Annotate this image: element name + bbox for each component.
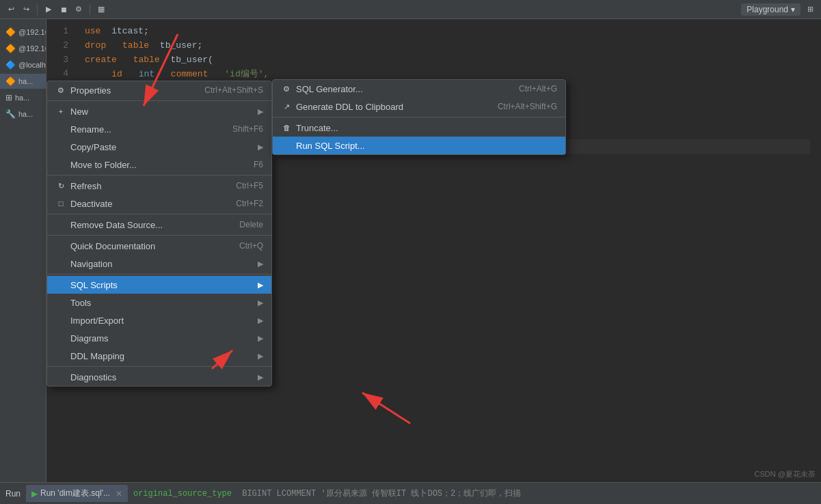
menu-item-tools[interactable]: Tools ▶ — [47, 294, 271, 311]
menu-item-removeds[interactable]: Remove Data Source... Delete — [47, 216, 271, 234]
sidebar-item-2[interactable]: 🔷 @localhost 1of5 — [0, 57, 46, 72]
code-line-1: use itcast; — [85, 25, 810, 39]
properties-icon: ⚙ — [55, 85, 66, 96]
run-label: Run — [5, 489, 21, 499]
arrow-icon-ddlmapping: ▶ — [258, 352, 263, 361]
sep-6 — [47, 366, 271, 367]
shortcut-deactivate: Ctrl+F2 — [236, 199, 263, 208]
arrow-icon-copypaste: ▶ — [258, 143, 263, 152]
bottom-content: original_source_type BIGINT LCOMMENT '原分… — [133, 488, 816, 499]
submenu-item-truncate[interactable]: 🗑 Truncate... — [273, 119, 565, 137]
keyword: table — [133, 53, 160, 68]
separator-2 — [90, 4, 90, 15]
navigation-icon — [55, 258, 66, 269]
content-text: original_source_type — [133, 489, 232, 499]
runsqlscript-icon — [281, 140, 292, 151]
menu-item-diagrams[interactable]: Diagrams ▶ — [47, 329, 271, 347]
close-tab-icon[interactable]: ✕ — [116, 489, 122, 499]
sidebar-item-5[interactable]: 🔧 ha... — [0, 107, 46, 122]
menu-label-properties: Properties — [70, 85, 111, 96]
menu-item-importexport[interactable]: Import/Export ▶ — [47, 311, 271, 329]
sqlgenerator-icon: ⚙ — [281, 83, 292, 94]
sidebar-item-4[interactable]: ⊞ ha... — [0, 90, 46, 105]
context-menu[interactable]: ⚙ Properties Ctrl+Alt+Shift+S + New ▶ Re… — [46, 81, 272, 387]
copypaste-icon — [55, 141, 66, 152]
diagnostics-icon — [55, 372, 66, 382]
new-icon: + — [55, 106, 66, 117]
menu-item-quickdoc[interactable]: Quick Documentation Ctrl+Q — [47, 237, 271, 255]
code-text — [85, 68, 106, 82]
arrow-icon-sqlscripts: ▶ — [258, 281, 263, 290]
shortcut-generateddl: Ctrl+Alt+Shift+G — [498, 102, 557, 111]
deactivate-icon: □ — [55, 198, 66, 209]
run-icon[interactable]: ▶ — [43, 4, 54, 15]
db-icon-4: ⊞ — [5, 93, 12, 102]
db-icon-5: 🔧 — [5, 109, 16, 119]
separator-1 — [37, 4, 38, 15]
type-name: int — [139, 68, 154, 82]
sep-4 — [47, 235, 271, 236]
stop-icon[interactable]: ⏹ — [58, 4, 69, 15]
redo-icon[interactable]: ↪ — [21, 4, 31, 15]
menu-label-deactivate: Deactivate — [70, 199, 112, 209]
keyword: comment — [171, 68, 208, 82]
code-line-2: drop table tb_user; — [85, 39, 810, 53]
menu-item-sqlscripts[interactable]: SQL Scripts ▶ — [47, 276, 271, 294]
arrow-icon-diagrams: ▶ — [258, 334, 263, 343]
code-text — [111, 39, 117, 53]
sqlscripts-submenu[interactable]: ⚙ SQL Generator... Ctrl+Alt+G ↗ Generate… — [272, 79, 566, 155]
sidebar-label-2: @localhost — [18, 61, 46, 69]
sep-2 — [47, 175, 271, 176]
playground-dropdown[interactable]: Playground ▾ — [741, 3, 800, 16]
arrow-icon-importexport: ▶ — [258, 316, 263, 325]
bottom-panel: Run ▶ Run 'dim建表.sql'... ✕ original_sour… — [0, 482, 821, 504]
refresh-icon: ↻ — [55, 180, 66, 191]
table-icon[interactable]: ⊞ — [805, 4, 816, 15]
ddlmapping-icon — [55, 350, 66, 361]
keyword: drop — [85, 39, 106, 53]
submenu-item-generateddl[interactable]: ↗ Generate DDL to Clipboard Ctrl+Alt+Shi… — [273, 98, 565, 115]
keyword: use — [85, 25, 100, 39]
menu-item-diagnostics[interactable]: Diagnostics ▶ — [47, 368, 271, 386]
menu-label-importexport: Import/Export — [70, 316, 124, 326]
sidebar-label-5: ha... — [18, 110, 33, 118]
generateddl-icon: ↗ — [281, 101, 292, 112]
submenu-item-sqlgenerator[interactable]: ⚙ SQL Generator... Ctrl+Alt+G — [273, 80, 565, 98]
menu-item-rename[interactable]: Rename... Shift+F6 — [47, 120, 271, 138]
truncate-icon: 🗑 — [281, 122, 292, 133]
menu-item-navigation[interactable]: Navigation ▶ — [47, 255, 271, 272]
quickdoc-icon — [55, 240, 66, 251]
sep-5 — [47, 274, 271, 275]
sidebar-item-1[interactable]: 🔶 @192.168.88.100 [2] 5 — [0, 41, 46, 56]
undo-icon[interactable]: ↩ — [5, 4, 16, 15]
menu-label-rename: Rename... — [70, 124, 111, 135]
submenu-label-truncate: Truncate... — [296, 123, 338, 133]
menu-item-copypaste[interactable]: Copy/Paste ▶ — [47, 138, 271, 156]
sidebar-label-4: ha... — [15, 94, 29, 102]
menu-label-tools: Tools — [70, 298, 91, 308]
arrow-icon-diagnostics: ▶ — [258, 373, 263, 382]
line-num-4: 4 — [63, 67, 68, 81]
menu-label-new: New — [70, 107, 88, 117]
content-more: BIGINT LCOMMENT '原分易来源 传智联IT 线卜DOS；2；线广们… — [242, 489, 521, 499]
run-tab[interactable]: ▶ Run 'dim建表.sql'... ✕ — [26, 485, 128, 502]
settings-icon[interactable]: ⚙ — [73, 4, 84, 15]
menu-label-diagnostics: Diagnostics — [70, 372, 116, 382]
submenu-item-runsqlscript[interactable]: Run SQL Script... — [273, 137, 565, 154]
sidebar-label-1: @192.168.88.100 [2] — [18, 44, 46, 53]
menu-item-ddlmapping[interactable]: DDL Mapping ▶ — [47, 347, 271, 365]
menu-item-movetofolder[interactable]: Move to Folder... F6 — [47, 156, 271, 173]
tools-icon — [55, 297, 66, 308]
sidebar-item-0[interactable]: 🔶 @192.168.88.100 5 — [0, 25, 46, 40]
menu-item-properties[interactable]: ⚙ Properties Ctrl+Alt+Shift+S — [47, 81, 271, 99]
code-text — [128, 68, 133, 82]
menu-item-refresh[interactable]: ↻ Refresh Ctrl+F5 — [47, 177, 271, 195]
db-icon-2: 🔷 — [5, 60, 16, 70]
menu-item-deactivate[interactable]: □ Deactivate Ctrl+F2 — [47, 195, 271, 212]
shortcut-properties: Ctrl+Alt+Shift+S — [204, 85, 263, 95]
menu-label-ddlmapping: DDL Mapping — [70, 351, 124, 361]
menu-item-new[interactable]: + New ▶ — [47, 102, 271, 120]
sidebar: 🔶 @192.168.88.100 5 🔶 @192.168.88.100 [2… — [0, 19, 46, 482]
grid-icon[interactable]: ▦ — [96, 4, 107, 15]
sidebar-item-3[interactable]: 🔶 ha... — [0, 74, 46, 89]
